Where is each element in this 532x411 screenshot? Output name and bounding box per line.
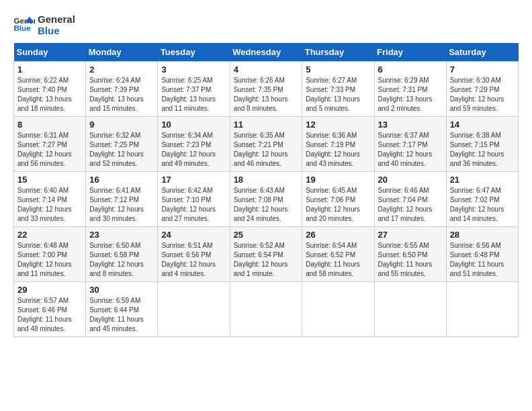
- calendar-cell: 3Sunrise: 6:25 AM Sunset: 7:37 PM Daylig…: [158, 62, 230, 117]
- weekday-header: Wednesday: [230, 43, 302, 62]
- day-number: 20: [378, 175, 443, 185]
- weekday-header: Saturday: [446, 43, 518, 62]
- calendar-cell: 4Sunrise: 6:26 AM Sunset: 7:35 PM Daylig…: [230, 62, 302, 117]
- day-info: Sunrise: 6:37 AM Sunset: 7:17 PM Dayligh…: [378, 131, 443, 169]
- calendar-cell: 5Sunrise: 6:27 AM Sunset: 7:33 PM Daylig…: [302, 62, 374, 117]
- calendar-cell: 13Sunrise: 6:37 AM Sunset: 7:17 PM Dayli…: [374, 117, 446, 172]
- calendar-cell: 12Sunrise: 6:36 AM Sunset: 7:19 PM Dayli…: [302, 117, 374, 172]
- svg-text:Blue: Blue: [13, 24, 31, 32]
- day-number: 16: [89, 175, 154, 185]
- day-info: Sunrise: 6:31 AM Sunset: 7:27 PM Dayligh…: [17, 131, 82, 169]
- calendar-cell: 2Sunrise: 6:24 AM Sunset: 7:39 PM Daylig…: [86, 62, 158, 117]
- calendar-cell: 18Sunrise: 6:43 AM Sunset: 7:08 PM Dayli…: [230, 172, 302, 227]
- day-info: Sunrise: 6:42 AM Sunset: 7:10 PM Dayligh…: [161, 186, 226, 224]
- calendar-cell: 17Sunrise: 6:42 AM Sunset: 7:10 PM Dayli…: [158, 172, 230, 227]
- logo: General Blue General Blue: [13, 13, 75, 36]
- day-number: 28: [450, 230, 515, 240]
- day-info: Sunrise: 6:35 AM Sunset: 7:21 PM Dayligh…: [234, 131, 299, 169]
- logo-general: General: [38, 13, 75, 25]
- calendar-cell: 29Sunrise: 6:57 AM Sunset: 6:46 PM Dayli…: [14, 282, 86, 337]
- calendar-cell: 16Sunrise: 6:41 AM Sunset: 7:12 PM Dayli…: [86, 172, 158, 227]
- day-number: 24: [161, 230, 226, 240]
- day-info: Sunrise: 6:55 AM Sunset: 6:50 PM Dayligh…: [378, 241, 443, 279]
- calendar-cell: [446, 282, 518, 337]
- weekday-header: Friday: [374, 43, 446, 62]
- day-number: 29: [17, 285, 82, 295]
- day-info: Sunrise: 6:27 AM Sunset: 7:33 PM Dayligh…: [306, 76, 370, 113]
- day-number: 27: [378, 230, 443, 240]
- day-info: Sunrise: 6:22 AM Sunset: 7:40 PM Dayligh…: [17, 76, 82, 113]
- calendar-week-row: 8Sunrise: 6:31 AM Sunset: 7:27 PM Daylig…: [14, 117, 519, 172]
- calendar-cell: 27Sunrise: 6:55 AM Sunset: 6:50 PM Dayli…: [374, 227, 446, 282]
- day-info: Sunrise: 6:50 AM Sunset: 6:58 PM Dayligh…: [89, 241, 154, 279]
- day-info: Sunrise: 6:45 AM Sunset: 7:06 PM Dayligh…: [306, 186, 370, 224]
- calendar-cell: [374, 282, 446, 337]
- weekday-header: Monday: [86, 43, 158, 62]
- day-number: 8: [17, 120, 82, 130]
- calendar-cell: [302, 282, 374, 337]
- day-info: Sunrise: 6:24 AM Sunset: 7:39 PM Dayligh…: [89, 76, 154, 113]
- day-number: 18: [234, 175, 299, 185]
- day-number: 4: [234, 64, 299, 75]
- day-number: 30: [89, 285, 154, 295]
- day-info: Sunrise: 6:47 AM Sunset: 7:02 PM Dayligh…: [450, 186, 515, 224]
- day-info: Sunrise: 6:46 AM Sunset: 7:04 PM Dayligh…: [378, 186, 443, 224]
- calendar-cell: 1Sunrise: 6:22 AM Sunset: 7:40 PM Daylig…: [14, 62, 86, 117]
- day-info: Sunrise: 6:51 AM Sunset: 6:56 PM Dayligh…: [161, 241, 226, 279]
- weekday-header: Thursday: [302, 43, 374, 62]
- day-number: 26: [306, 230, 370, 240]
- calendar-cell: 21Sunrise: 6:47 AM Sunset: 7:02 PM Dayli…: [446, 172, 518, 227]
- calendar-cell: 23Sunrise: 6:50 AM Sunset: 6:58 PM Dayli…: [86, 227, 158, 282]
- day-info: Sunrise: 6:56 AM Sunset: 6:48 PM Dayligh…: [450, 241, 515, 279]
- calendar-week-row: 29Sunrise: 6:57 AM Sunset: 6:46 PM Dayli…: [14, 282, 519, 337]
- day-info: Sunrise: 6:52 AM Sunset: 6:54 PM Dayligh…: [234, 241, 299, 279]
- calendar-cell: 30Sunrise: 6:59 AM Sunset: 6:44 PM Dayli…: [86, 282, 158, 337]
- calendar-cell: 25Sunrise: 6:52 AM Sunset: 6:54 PM Dayli…: [230, 227, 302, 282]
- day-info: Sunrise: 6:29 AM Sunset: 7:31 PM Dayligh…: [378, 76, 443, 113]
- logo-icon: General Blue: [13, 15, 35, 34]
- day-number: 7: [450, 64, 515, 75]
- weekday-header: Sunday: [14, 43, 86, 62]
- calendar-body: 1Sunrise: 6:22 AM Sunset: 7:40 PM Daylig…: [14, 62, 519, 337]
- calendar-week-row: 1Sunrise: 6:22 AM Sunset: 7:40 PM Daylig…: [14, 62, 519, 117]
- calendar-cell: 10Sunrise: 6:34 AM Sunset: 7:23 PM Dayli…: [158, 117, 230, 172]
- day-number: 15: [17, 175, 82, 185]
- day-info: Sunrise: 6:48 AM Sunset: 7:00 PM Dayligh…: [17, 241, 82, 279]
- day-info: Sunrise: 6:59 AM Sunset: 6:44 PM Dayligh…: [89, 296, 154, 334]
- calendar-cell: 9Sunrise: 6:32 AM Sunset: 7:25 PM Daylig…: [86, 117, 158, 172]
- day-info: Sunrise: 6:36 AM Sunset: 7:19 PM Dayligh…: [306, 131, 370, 169]
- day-info: Sunrise: 6:41 AM Sunset: 7:12 PM Dayligh…: [89, 186, 154, 224]
- day-info: Sunrise: 6:38 AM Sunset: 7:15 PM Dayligh…: [450, 131, 515, 169]
- calendar-cell: 6Sunrise: 6:29 AM Sunset: 7:31 PM Daylig…: [374, 62, 446, 117]
- day-number: 25: [234, 230, 299, 240]
- day-info: Sunrise: 6:32 AM Sunset: 7:25 PM Dayligh…: [89, 131, 154, 169]
- day-info: Sunrise: 6:43 AM Sunset: 7:08 PM Dayligh…: [234, 186, 299, 224]
- header: General Blue General Blue: [13, 13, 519, 36]
- day-info: Sunrise: 6:25 AM Sunset: 7:37 PM Dayligh…: [161, 76, 226, 113]
- day-number: 5: [306, 64, 370, 75]
- day-number: 2: [89, 64, 154, 75]
- calendar-cell: 20Sunrise: 6:46 AM Sunset: 7:04 PM Dayli…: [374, 172, 446, 227]
- day-number: 12: [306, 120, 370, 130]
- day-number: 21: [450, 175, 515, 185]
- calendar-week-row: 15Sunrise: 6:40 AM Sunset: 7:14 PM Dayli…: [14, 172, 519, 227]
- day-info: Sunrise: 6:34 AM Sunset: 7:23 PM Dayligh…: [161, 131, 226, 169]
- day-number: 14: [450, 120, 515, 130]
- day-info: Sunrise: 6:57 AM Sunset: 6:46 PM Dayligh…: [17, 296, 82, 334]
- weekday-header: Tuesday: [158, 43, 230, 62]
- calendar-cell: 22Sunrise: 6:48 AM Sunset: 7:00 PM Dayli…: [14, 227, 86, 282]
- calendar-cell: 28Sunrise: 6:56 AM Sunset: 6:48 PM Dayli…: [446, 227, 518, 282]
- day-number: 3: [161, 64, 226, 75]
- day-number: 9: [89, 120, 154, 130]
- calendar-table: SundayMondayTuesdayWednesdayThursdayFrid…: [13, 43, 519, 337]
- calendar-cell: 24Sunrise: 6:51 AM Sunset: 6:56 PM Dayli…: [158, 227, 230, 282]
- calendar-cell: 15Sunrise: 6:40 AM Sunset: 7:14 PM Dayli…: [14, 172, 86, 227]
- day-number: 23: [89, 230, 154, 240]
- day-number: 10: [161, 120, 226, 130]
- day-info: Sunrise: 6:26 AM Sunset: 7:35 PM Dayligh…: [234, 76, 299, 113]
- calendar-cell: 7Sunrise: 6:30 AM Sunset: 7:29 PM Daylig…: [446, 62, 518, 117]
- calendar-cell: 14Sunrise: 6:38 AM Sunset: 7:15 PM Dayli…: [446, 117, 518, 172]
- calendar-cell: 11Sunrise: 6:35 AM Sunset: 7:21 PM Dayli…: [230, 117, 302, 172]
- calendar-cell: 26Sunrise: 6:54 AM Sunset: 6:52 PM Dayli…: [302, 227, 374, 282]
- day-info: Sunrise: 6:30 AM Sunset: 7:29 PM Dayligh…: [450, 76, 515, 113]
